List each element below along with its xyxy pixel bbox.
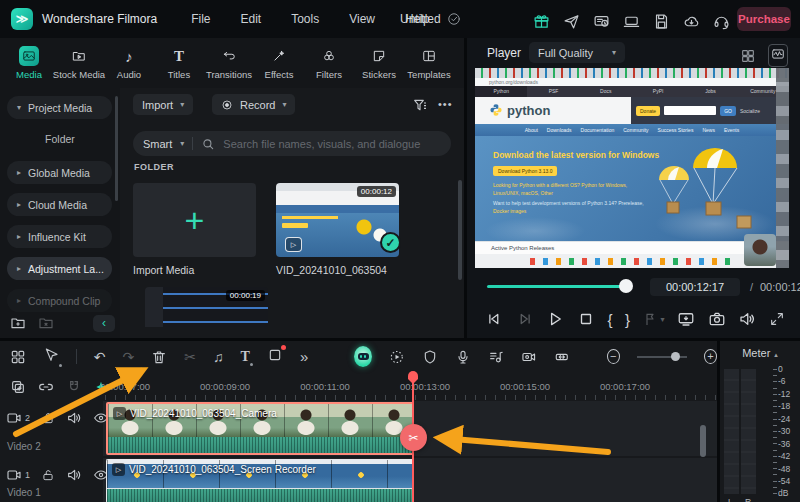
- device-icon[interactable]: [623, 13, 640, 30]
- record-dropdown[interactable]: Record ▾: [212, 94, 295, 115]
- tab-audio[interactable]: ♪ Audio: [104, 46, 154, 80]
- render-preview-icon[interactable]: [389, 348, 405, 366]
- quality-dropdown[interactable]: Full Quality ▾: [529, 42, 625, 63]
- text-tool-icon[interactable]: T: [241, 349, 250, 365]
- clip-camera[interactable]: ▷ VID_20241010_063504_Camera: [106, 402, 414, 455]
- mute-speaker-icon[interactable]: [66, 467, 82, 483]
- chevron-right-icon: ▸: [17, 264, 21, 273]
- delete-icon[interactable]: [151, 349, 167, 365]
- tab-effects[interactable]: Effects: [254, 46, 304, 80]
- mute-speaker-icon[interactable]: [66, 410, 82, 426]
- import-dropdown[interactable]: Import ▾: [133, 94, 193, 115]
- stop-button[interactable]: [577, 310, 595, 328]
- clip-screen-recorder[interactable]: ▷ VID_20241010_063504_Screen Recorder: [106, 459, 414, 502]
- previous-frame-button[interactable]: [485, 310, 503, 328]
- timeline-zoom-slider[interactable]: [637, 356, 687, 358]
- browser-scrollbar[interactable]: [458, 180, 462, 280]
- marker-flag-button[interactable]: ▾: [643, 311, 665, 327]
- more-tools-icon[interactable]: »: [300, 348, 308, 365]
- tab-stock-media[interactable]: Stock Media: [54, 46, 104, 80]
- clip-tile-partial[interactable]: 00:00:19: [145, 287, 268, 327]
- zoom-in-button[interactable]: +: [704, 349, 717, 364]
- gift-icon[interactable]: [533, 13, 550, 30]
- tab-stickers[interactable]: Stickers: [354, 46, 404, 80]
- sidebar-item-compound-clip[interactable]: ▸ Compound Clip: [7, 289, 112, 312]
- ai-assistant-icon[interactable]: [354, 346, 372, 367]
- share-icon[interactable]: [563, 13, 580, 30]
- tab-filters[interactable]: Filters: [304, 46, 354, 80]
- track-header-video-1: 1 Video 1: [0, 458, 103, 502]
- layout-grid-icon[interactable]: [740, 48, 756, 64]
- export-queue-icon[interactable]: [593, 13, 610, 30]
- audio-detach-icon[interactable]: ♫: [213, 349, 224, 365]
- menu-edit[interactable]: Edit: [241, 12, 262, 26]
- mark-in-button[interactable]: {: [607, 311, 612, 328]
- stock-media-icon: [69, 46, 89, 66]
- scope-button[interactable]: [768, 44, 788, 67]
- meter-header[interactable]: Meter▴: [720, 347, 800, 359]
- save-icon[interactable]: [653, 13, 670, 30]
- purchase-button[interactable]: Purchase: [737, 7, 791, 31]
- chevron-down-icon: ▾: [180, 100, 184, 109]
- fullscreen-button[interactable]: [769, 311, 785, 327]
- volume-button[interactable]: [738, 310, 756, 328]
- sidebar-scrollbar[interactable]: [115, 96, 118, 201]
- more-menu-icon[interactable]: •••: [438, 99, 453, 110]
- progress-knob[interactable]: [619, 279, 633, 293]
- split-scissors-icon[interactable]: ✂: [184, 349, 196, 365]
- cloud-backup-icon[interactable]: [683, 13, 700, 30]
- duration-badge: 00:00:12: [357, 186, 396, 197]
- ripple-edit-icon[interactable]: [554, 348, 570, 366]
- sidebar-item-cloud-media[interactable]: ▸ Cloud Media: [7, 193, 112, 216]
- sidebar-item-project-media[interactable]: ▾ Project Media: [7, 96, 112, 119]
- sidebar-item-adjustment-layer[interactable]: ▸ Adjustment La...: [7, 257, 112, 280]
- video-clip-tile[interactable]: 00:00:12 ▷ ✓: [276, 183, 399, 257]
- import-media-tile[interactable]: +: [133, 183, 256, 257]
- lock-icon[interactable]: [41, 411, 55, 425]
- snapshot-button[interactable]: [708, 310, 726, 328]
- toolbox-grid-icon[interactable]: [10, 349, 26, 365]
- lock-icon[interactable]: [41, 468, 55, 482]
- sidebar-item-folder[interactable]: Folder: [0, 133, 120, 145]
- add-clip-icon[interactable]: [10, 379, 26, 395]
- delete-folder-icon[interactable]: [38, 315, 54, 331]
- voiceover-mic-icon[interactable]: [455, 349, 471, 365]
- menu-tools[interactable]: Tools: [291, 12, 319, 26]
- new-folder-icon[interactable]: [10, 315, 26, 331]
- filter-icon[interactable]: [412, 97, 428, 113]
- zoom-slider-knob[interactable]: [671, 352, 680, 361]
- sidebar-item-global-media[interactable]: ▸ Global Media: [7, 161, 112, 184]
- smart-dropdown[interactable]: Smart: [143, 138, 172, 150]
- mark-out-button[interactable]: }: [625, 311, 630, 328]
- tab-titles[interactable]: T Titles: [154, 46, 204, 80]
- shield-icon[interactable]: [422, 349, 438, 365]
- timeline-scrollbar[interactable]: [700, 425, 706, 457]
- tab-templates[interactable]: Templates: [404, 46, 454, 80]
- filmora-app: ≫ Wondershare Filmora File Edit Tools Vi…: [0, 0, 800, 502]
- audio-mixer-icon[interactable]: [488, 349, 504, 365]
- search-input[interactable]: [223, 138, 423, 150]
- mirror-display-button[interactable]: [677, 310, 695, 328]
- redo-icon[interactable]: ↷: [123, 349, 135, 365]
- zoom-out-button[interactable]: −: [607, 349, 620, 364]
- undo-icon[interactable]: ↶: [94, 349, 106, 365]
- cut-scissors-button[interactable]: ✂: [400, 424, 427, 451]
- tab-media[interactable]: Media: [4, 46, 54, 80]
- collapse-sidebar-button[interactable]: ‹: [93, 315, 115, 332]
- playback-progress-bar[interactable]: [487, 285, 627, 288]
- menu-view[interactable]: View: [349, 12, 375, 26]
- tab-transitions[interactable]: Transitions: [204, 46, 254, 80]
- next-frame-button[interactable]: [516, 310, 534, 328]
- media-browser: Import ▾ Record ▾ ••• Smart ▾ FOLDER +: [121, 88, 464, 338]
- chevron-down-icon: ▾: [17, 103, 21, 112]
- link-clips-icon[interactable]: [38, 379, 54, 395]
- support-icon[interactable]: [713, 13, 730, 30]
- cursor-icon[interactable]: [43, 347, 59, 363]
- sidebar-item-influence-kit[interactable]: ▸ Influence Kit: [7, 225, 112, 248]
- play-button[interactable]: [546, 310, 564, 328]
- current-timecode[interactable]: 00:00:12:17: [650, 278, 740, 296]
- screen-recorder-icon[interactable]: [521, 348, 537, 366]
- menu-file[interactable]: File: [191, 12, 210, 26]
- crop-icon[interactable]: [267, 347, 283, 363]
- channel-left-label: L: [728, 497, 733, 502]
